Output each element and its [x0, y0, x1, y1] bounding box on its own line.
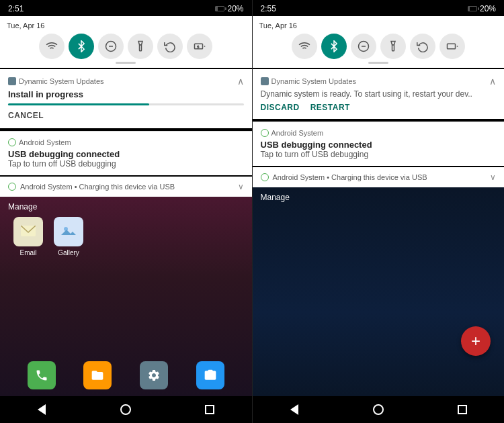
qs-tile-rotate-left[interactable]: [157, 34, 183, 59]
qs-tile-flashlight-right[interactable]: [380, 34, 406, 59]
app-gallery[interactable]: Gallery: [54, 217, 83, 256]
qs-tile-wifi-left[interactable]: [39, 34, 65, 59]
home-screen-left: Manage Email Gallery: [0, 197, 252, 396]
qs-tile-dnd-right[interactable]: [351, 34, 376, 59]
usb-notification-right: Android System USB debugging connected T…: [253, 122, 505, 166]
manage-label-right: Manage: [261, 193, 497, 202]
charging-expand-right[interactable]: ∨: [490, 173, 496, 182]
dsu-icon-right: [261, 77, 269, 85]
qs-tile-battery-left[interactable]: [187, 34, 212, 59]
nav-home-left[interactable]: [119, 403, 132, 416]
usb-app-name-right: Android System: [261, 129, 324, 137]
dsu-notification-left: Dynamic System Updates ∧ Install in prog…: [0, 69, 252, 128]
qs-tiles-right: [259, 34, 498, 59]
dock-left: [0, 355, 252, 396]
usb-text-right: Tap to turn off USB debugging: [261, 150, 497, 159]
qs-tile-bluetooth-left[interactable]: [69, 34, 94, 59]
left-panel: 2:51 20% Tue, Apr 16: [0, 0, 253, 423]
status-bar-left: 2:51 20%: [0, 0, 252, 16]
cancel-button[interactable]: CANCEL: [8, 109, 244, 122]
quick-settings-right: Tue, Apr 16: [253, 16, 505, 68]
svg-rect-2: [140, 45, 142, 51]
home-screen-right: Manage +: [253, 187, 505, 396]
dsu-title-left: Install in progress: [8, 89, 244, 99]
svg-rect-13: [392, 45, 394, 51]
date-right: Tue, Apr 16: [259, 21, 297, 30]
qs-handle-right: [368, 62, 388, 64]
charging-icon-right: [261, 173, 269, 181]
qs-tile-rotate-right[interactable]: [410, 34, 435, 59]
qs-handle-left: [116, 62, 136, 64]
charging-icon-left: [8, 183, 16, 191]
battery-icon-right: [468, 6, 477, 11]
manage-section-left: Manage Email Gallery: [0, 197, 252, 259]
svg-rect-14: [447, 44, 455, 49]
dock-files-left[interactable]: [83, 361, 112, 389]
email-label: Email: [19, 249, 36, 256]
dsu-app-name: Dynamic System Updates: [8, 77, 104, 85]
gallery-icon: [54, 217, 83, 246]
battery-icon-left: [215, 6, 224, 11]
qs-tile-bluetooth-right[interactable]: [321, 34, 347, 59]
restart-button[interactable]: RESTART: [310, 103, 350, 112]
charging-notif-left: Android System • Charging this device vi…: [0, 177, 252, 197]
discard-button[interactable]: DISCARD: [261, 103, 300, 112]
qs-tiles-left: [7, 34, 245, 59]
charging-notif-right: Android System • Charging this device vi…: [253, 167, 505, 187]
nav-home-right[interactable]: [372, 403, 385, 416]
usb-title-right: USB debugging connected: [261, 140, 497, 150]
nav-recent-right[interactable]: [456, 403, 469, 416]
gallery-label: Gallery: [58, 249, 79, 256]
battery-right: 20%: [480, 4, 496, 13]
progress-fill: [8, 103, 149, 105]
right-panel: 2:55 20% Tue, Apr 16: [253, 0, 505, 423]
dsu-notification-right: Dynamic System Updates ∧ Dynamic system …: [253, 69, 505, 119]
quick-settings-left: Tue, Apr 16: [0, 16, 252, 68]
usb-text-left: Tap to turn off USB debugging: [8, 159, 244, 169]
android-icon-right: [261, 129, 269, 137]
qs-tile-flashlight-left[interactable]: [128, 34, 153, 59]
nav-back-right[interactable]: [288, 403, 301, 416]
qs-tile-battery-right[interactable]: [439, 34, 465, 59]
charging-expand-left[interactable]: ∨: [238, 182, 244, 191]
qs-tile-wifi-right[interactable]: [292, 34, 317, 59]
dock-camera-left[interactable]: [196, 361, 224, 389]
qs-tile-dnd-left[interactable]: [98, 34, 124, 59]
time-left: 2:51: [8, 4, 24, 13]
dsu-actions: DISCARD RESTART: [261, 103, 497, 112]
progress-track: [8, 103, 244, 105]
time-right: 2:55: [261, 4, 276, 13]
app-grid-left: Email Gallery: [8, 217, 244, 256]
status-bar-right: 2:55 20%: [253, 0, 505, 16]
dsu-expand-left[interactable]: ∧: [237, 76, 244, 87]
fab-plus-icon: +: [471, 333, 480, 349]
dock-settings-left[interactable]: [140, 361, 168, 389]
nav-bar-right: [253, 396, 505, 423]
android-icon-left: [8, 138, 16, 146]
battery-left: 20%: [227, 4, 243, 13]
fab-button[interactable]: +: [461, 326, 491, 356]
usb-notification-left: Android System USB debugging connected T…: [0, 131, 252, 175]
app-email[interactable]: Email: [13, 217, 43, 256]
dsu-expand-right[interactable]: ∧: [489, 76, 496, 87]
usb-app-name-left: Android System: [8, 138, 71, 146]
email-icon: [13, 217, 43, 246]
date-left: Tue, Apr 16: [7, 21, 44, 30]
manage-label-left: Manage: [8, 202, 244, 211]
progress-section: [8, 103, 244, 105]
manage-section-right: Manage: [253, 187, 505, 210]
dsu-app-name-right: Dynamic System Updates: [261, 77, 357, 85]
dsu-icon: [8, 77, 16, 85]
nav-bar-left: [0, 396, 252, 423]
nav-back-left[interactable]: [35, 403, 48, 416]
dsu-ready-text: Dynamic system is ready. To start using …: [261, 89, 497, 99]
usb-title-left: USB debugging connected: [8, 149, 244, 159]
dock-phone-left[interactable]: [28, 361, 56, 389]
nav-recent-left[interactable]: [203, 403, 216, 416]
